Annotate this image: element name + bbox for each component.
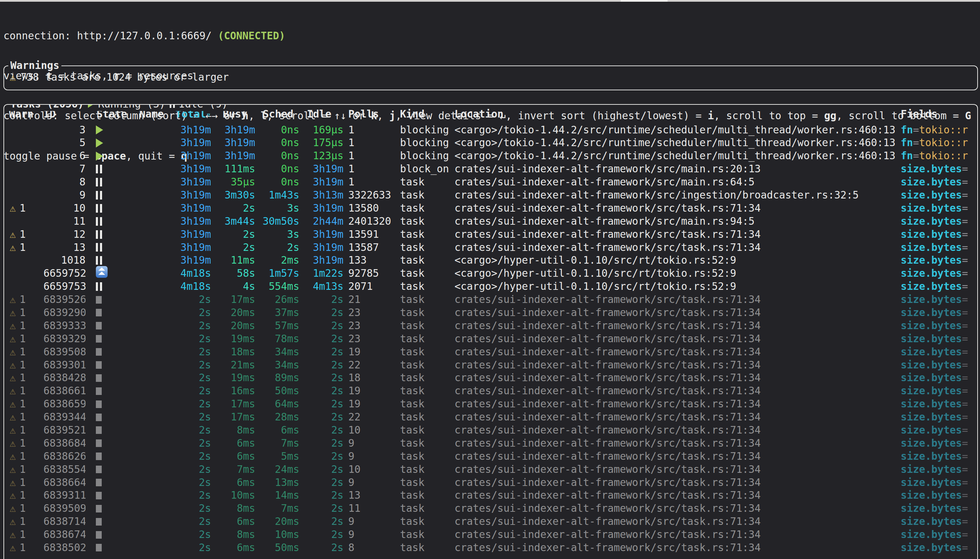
cell-kind: task <box>395 267 455 280</box>
cell-fields: size.bytes= <box>897 528 977 541</box>
cell-idle: 2s <box>299 437 343 450</box>
table-row[interactable]: ⚠168386742s8ms10ms2s9taskcrates/sui-inde… <box>4 528 977 541</box>
table-row[interactable]: ⚠168395212s8ms6ms2s10taskcrates/sui-inde… <box>4 423 977 437</box>
cell-task-id: 6838661 <box>43 384 86 398</box>
table-row[interactable]: ⚠168386262s6ms5ms2s9taskcrates/sui-index… <box>4 450 977 463</box>
cell-sched: 20ms <box>255 515 299 528</box>
cell-idle: 2s <box>299 423 343 437</box>
column-header-fields[interactable]: Fields <box>897 108 977 121</box>
table-row[interactable]: ⚠168395262s17ms26ms2s21taskcrates/sui-in… <box>4 293 977 306</box>
cell-sched: 0ns <box>255 149 299 163</box>
cell-total: 2s <box>167 502 211 515</box>
warn-count: 1 <box>20 450 26 463</box>
table-row[interactable]: ⚠168386612s16ms50ms2s19taskcrates/sui-in… <box>4 385 977 398</box>
table-row[interactable]: ⚠168393112s10ms14ms2s13taskcrates/sui-in… <box>4 489 977 502</box>
table-row[interactable]: ⚠168393292s19ms78ms2s23taskcrates/sui-in… <box>4 332 977 345</box>
table-row[interactable]: 63h19m3h19m0ns123µs1blocking<cargo>/toki… <box>4 150 977 163</box>
table-row[interactable]: ⚠168387142s6ms20ms2s9taskcrates/sui-inde… <box>4 515 977 528</box>
cell-idle: 169µs <box>299 123 343 137</box>
cell-idle: 2s <box>299 306 343 319</box>
field-key: size.bytes <box>901 437 962 449</box>
field-value: tokio::r <box>919 137 968 149</box>
table-row[interactable]: 10183h19m11ms2ms3h19m133task<cargo>/hype… <box>4 254 977 267</box>
cell-kind: task <box>395 463 455 476</box>
cell-polls: 1 <box>343 149 395 163</box>
table-row[interactable]: ⚠168393332s20ms57ms2s23taskcrates/sui-in… <box>4 319 977 332</box>
table-row[interactable]: ⚠168386842s6ms7ms2s9taskcrates/sui-index… <box>4 437 977 450</box>
cell-polls: 2401320 <box>343 215 395 228</box>
cell-state <box>86 152 134 160</box>
cell-location: crates/sui-indexer-alt-framework/src/tas… <box>455 241 897 254</box>
stop-square-icon <box>96 413 102 421</box>
field-equals: = <box>962 163 968 175</box>
cell-polls: 23 <box>343 332 395 346</box>
warning-icon: ⚠ <box>10 306 16 319</box>
window-top-edge-highlight <box>621 0 667 2</box>
cell-busy: 3h19m <box>211 136 255 150</box>
column-header-polls[interactable]: Polls <box>343 108 395 121</box>
cell-fields: size.bytes= <box>897 423 977 437</box>
column-header-location[interactable]: Location <box>455 108 897 121</box>
table-row[interactable]: 66597534m18s4s554ms4m13s2071task<cargo>/… <box>4 280 977 293</box>
pause-icon <box>96 178 102 187</box>
table-row[interactable]: ⚠168384282s19ms89ms2s18taskcrates/sui-in… <box>4 372 977 385</box>
cell-busy: 6ms <box>211 437 255 450</box>
cell-sched: 57ms <box>255 319 299 332</box>
warn-count: 1 <box>20 423 26 437</box>
cell-polls: 23 <box>343 319 395 332</box>
cell-busy: 8ms <box>211 502 255 515</box>
cell-fields: size.bytes= <box>897 162 977 176</box>
cell-kind: blocking <box>395 123 455 137</box>
cell-polls: 22 <box>343 410 395 424</box>
table-row[interactable]: 83h19m35µs0ns3h19m1taskcrates/sui-indexe… <box>4 176 977 189</box>
column-header-kind[interactable]: Kind <box>395 108 455 121</box>
stop-square-icon <box>96 361 102 369</box>
cell-kind: task <box>395 189 455 202</box>
column-header-sched[interactable]: Sched <box>255 108 299 121</box>
table-row[interactable]: ⚠1103h19m2s3s3h19m13580taskcrates/sui-in… <box>4 202 977 215</box>
cell-total: 2s <box>167 450 211 463</box>
field-equals: = <box>962 294 968 305</box>
field-key: size.bytes <box>901 516 962 527</box>
cell-warn: ⚠1 <box>9 359 43 372</box>
cell-fields: fn=tokio::r <box>897 149 977 163</box>
cell-warn: ⚠1 <box>9 306 43 319</box>
cell-idle: 2s <box>299 476 343 490</box>
table-row[interactable]: 113h19m3m44s30m50s2h44m2401320taskcrates… <box>4 215 977 228</box>
table-row[interactable]: ⚠168386642s6ms13ms2s9taskcrates/sui-inde… <box>4 476 977 489</box>
cell-location: crates/sui-indexer-alt-framework/src/tas… <box>455 319 897 332</box>
column-header-idle[interactable]: Idle <box>299 108 343 121</box>
cell-kind: block_on <box>395 162 455 176</box>
tasks-count-label: Tasks (2056) <box>10 104 84 111</box>
table-row[interactable]: ⚠1133h19m2s2s3h19m13587taskcrates/sui-in… <box>4 241 977 254</box>
cell-kind: blocking <box>395 149 455 163</box>
table-row[interactable]: ⚠1123h19m2s3s3h19m13591taskcrates/sui-in… <box>4 228 977 241</box>
field-equals: = <box>913 150 919 162</box>
cell-fields: size.bytes= <box>897 359 977 372</box>
cell-sched: 26ms <box>255 293 299 306</box>
cell-task-id: 1018 <box>43 254 86 267</box>
cell-kind: task <box>395 476 455 490</box>
table-row[interactable]: ⚠168385542s7ms24ms2s10taskcrates/sui-ind… <box>4 463 977 476</box>
table-row[interactable]: ⚠168393012s21ms34ms2s22taskcrates/sui-in… <box>4 359 977 372</box>
table-row[interactable]: ⚠168385022s6ms50ms2s8taskcrates/sui-inde… <box>4 541 977 554</box>
table-row[interactable]: ⚠168392902s20ms37ms2s23taskcrates/sui-in… <box>4 306 977 319</box>
cell-busy: 17ms <box>211 410 255 424</box>
cell-fields: size.bytes= <box>897 319 977 332</box>
table-row[interactable]: ⚠168386592s17ms64ms2s19taskcrates/sui-in… <box>4 398 977 411</box>
cell-idle: 2s <box>299 293 343 306</box>
cell-fields: size.bytes= <box>897 254 977 267</box>
table-row[interactable]: ⚠168395092s8ms7ms2s11taskcrates/sui-inde… <box>4 502 977 515</box>
table-row[interactable]: 66597524m18s58s1m57s1m22s92785task<cargo… <box>4 267 977 280</box>
table-row[interactable]: 93h19m3m30s1m43s3h13m3322633taskcrates/s… <box>4 189 977 202</box>
table-row[interactable]: ⚠168395082s18ms34ms2s19taskcrates/sui-in… <box>4 345 977 359</box>
cell-busy: 58s <box>211 267 255 280</box>
cell-busy: 2s <box>211 202 255 215</box>
table-row[interactable]: ⚠168393442s17ms28ms2s22taskcrates/sui-in… <box>4 411 977 424</box>
table-row[interactable]: 33h19m3h19m0ns169µs1blocking<cargo>/toki… <box>4 123 977 136</box>
cell-state <box>86 282 134 291</box>
field-equals: = <box>962 503 968 514</box>
warning-icon: ⚠ <box>10 359 16 372</box>
table-row[interactable]: 53h19m3h19m0ns175µs1blocking<cargo>/toki… <box>4 136 977 150</box>
table-row[interactable]: 73h19m111ms0ns3h19m1block_oncrates/sui-i… <box>4 163 977 176</box>
